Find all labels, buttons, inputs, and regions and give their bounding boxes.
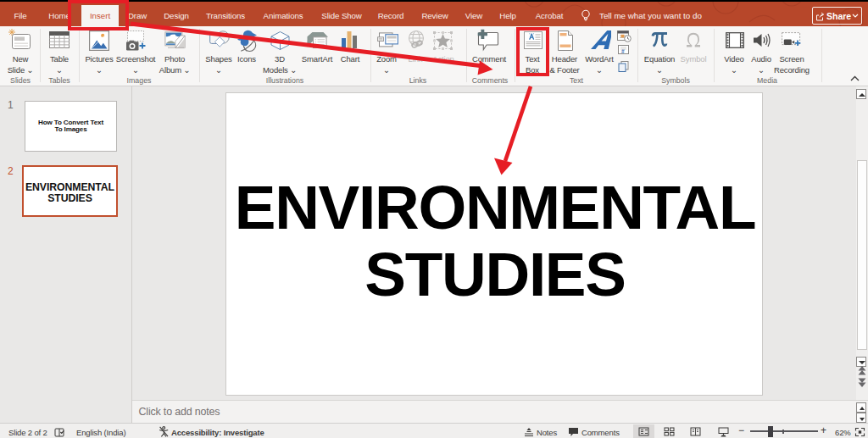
- svg-text:#: #: [621, 48, 625, 54]
